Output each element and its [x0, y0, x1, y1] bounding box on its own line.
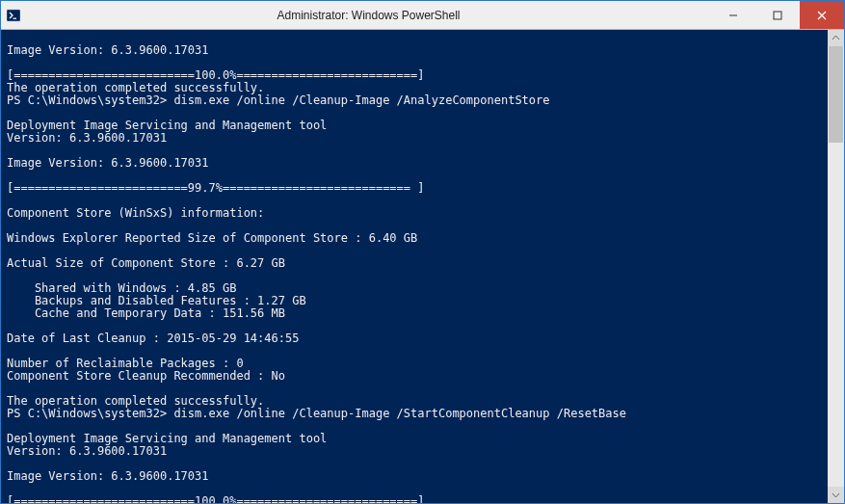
svg-rect-3: [774, 12, 781, 19]
console-output[interactable]: Image Version: 6.3.9600.17031 [=========…: [1, 30, 828, 503]
close-button[interactable]: [800, 1, 844, 29]
scrollbar-thumb[interactable]: [829, 46, 843, 143]
titlebar[interactable]: Administrator: Windows PowerShell: [1, 1, 844, 30]
scroll-up-button[interactable]: [828, 30, 844, 46]
client-area: Image Version: 6.3.9600.17031 [=========…: [1, 30, 844, 503]
scrollbar-track[interactable]: [828, 46, 844, 487]
powershell-window: Administrator: Windows PowerShell Image …: [0, 0, 845, 504]
app-icon: [1, 1, 26, 29]
vertical-scrollbar[interactable]: [828, 30, 844, 503]
window-title: Administrator: Windows PowerShell: [26, 1, 711, 29]
svg-rect-0: [7, 10, 20, 21]
minimize-button[interactable]: [711, 1, 755, 29]
maximize-button[interactable]: [755, 1, 800, 29]
window-controls: [711, 1, 844, 29]
scroll-down-button[interactable]: [828, 487, 844, 503]
